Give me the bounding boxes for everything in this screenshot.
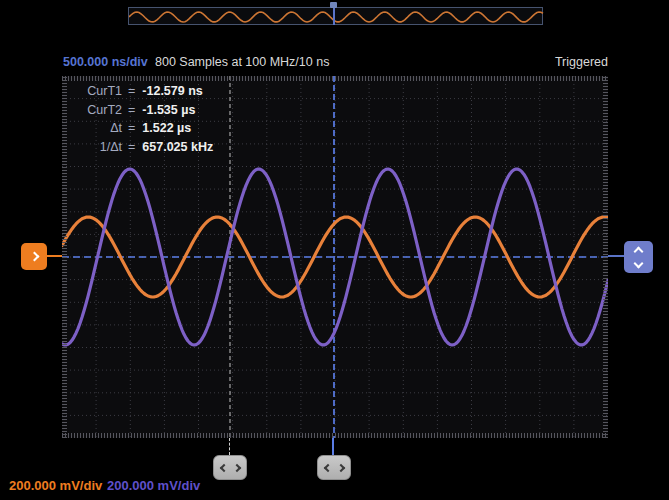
preview-wave-canvas — [129, 8, 544, 26]
ch1-offset-button[interactable] — [21, 243, 47, 270]
top-edge-ticks — [62, 76, 608, 81]
cursor-t1-stem — [332, 438, 334, 455]
ch1-scale-readout: 200.000 mV/div — [9, 478, 102, 493]
sample-info: 800 Samples at 100 MHz/10 ns — [155, 55, 329, 69]
readout-value: 1.522 µs — [142, 119, 191, 138]
equals-sign: = — [128, 101, 135, 120]
chevron-up-icon — [634, 246, 644, 256]
equals-sign: = — [128, 138, 135, 157]
ch1-offset-connector — [47, 255, 62, 257]
trigger-level-button[interactable] — [624, 241, 653, 273]
chevron-right-icon — [336, 463, 344, 471]
timebase-readout: 500.000 ns/div — [63, 55, 148, 69]
chevron-right-icon — [232, 463, 240, 471]
readout-value: -12.579 ns — [142, 82, 202, 101]
readout-label: 1/Δt — [72, 138, 122, 157]
chevron-down-icon — [634, 258, 644, 268]
trigger-position-stem — [333, 8, 335, 25]
cursor-t1-drag-handle[interactable] — [317, 455, 351, 480]
ch2-scale-readout: 200.000 mV/div — [107, 478, 200, 493]
chevron-right-icon — [29, 252, 39, 262]
cursor-readout-panel: CurT1=-12.579 ns CurT2=-1.535 µs Δt=1.52… — [72, 82, 213, 156]
chevron-left-icon — [219, 463, 227, 471]
trigger-status: Triggered — [555, 55, 608, 69]
readout-value: 657.025 kHz — [142, 138, 213, 157]
left-edge-ticks — [62, 76, 67, 438]
readout-inverse-delta-t: 1/Δt=657.025 kHz — [72, 138, 213, 157]
readout-curt1: CurT1=-12.579 ns — [72, 82, 213, 101]
cursor-t2-drag-handle[interactable] — [213, 455, 247, 480]
right-edge-ticks — [603, 76, 608, 438]
record-preview-strip[interactable] — [128, 7, 543, 25]
equals-sign: = — [128, 82, 135, 101]
readout-delta-t: Δt=1.522 µs — [72, 119, 213, 138]
equals-sign: = — [128, 119, 135, 138]
bottom-edge-ticks — [62, 433, 608, 438]
cursor-t2-stem — [229, 438, 230, 455]
readout-label: CurT1 — [72, 82, 122, 101]
readout-label: Δt — [72, 119, 122, 138]
readout-value: -1.535 µs — [142, 101, 195, 120]
readout-curt2: CurT2=-1.535 µs — [72, 101, 213, 120]
readout-label: CurT2 — [72, 101, 122, 120]
trigger-level-connector — [608, 255, 624, 257]
oscilloscope-window: 500.000 ns/div 800 Samples at 100 MHz/10… — [0, 0, 669, 500]
preview-waveform — [129, 12, 543, 22]
chevron-left-icon — [323, 463, 331, 471]
